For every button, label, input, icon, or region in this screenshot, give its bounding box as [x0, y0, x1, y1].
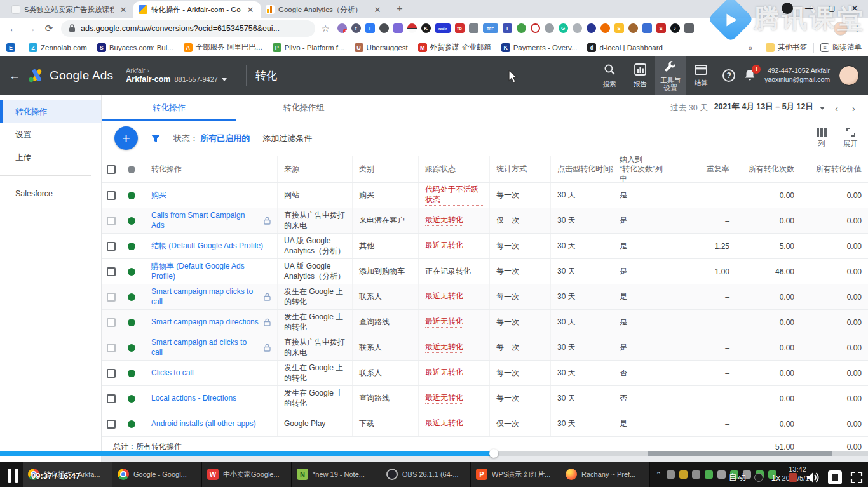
taskbar-item[interactable]: Rachany ~ Pref... — [560, 462, 650, 487]
status-dot[interactable] — [128, 217, 135, 225]
account-picker[interactable]: Arkfair › Arkfair-com 881-557-9427 — [126, 67, 227, 85]
filter-status-value[interactable]: 所有已启用的 — [200, 133, 250, 143]
tracking-status[interactable]: 最近无转化 — [425, 342, 463, 354]
tray-icon[interactable] — [692, 470, 700, 479]
bookmark-item[interactable]: M 外贸参谋-企业邮箱 — [418, 43, 491, 52]
other-bookmarks[interactable]: 其他书签 — [766, 43, 807, 52]
row-checkbox[interactable] — [107, 191, 116, 200]
bookmark-item[interactable]: d d-local | Dashboard — [587, 43, 663, 52]
minimize-button[interactable]: — — [798, 1, 820, 16]
sidebar-item-设置[interactable]: 设置 — [0, 123, 101, 146]
fullscreen-icon[interactable] — [850, 471, 863, 484]
quality-button[interactable]: 自动 — [729, 472, 746, 483]
col-header-included[interactable]: 纳入到 “转化次数”列中 — [620, 156, 667, 182]
taskbar-item[interactable]: N *new 19 - Note... — [292, 462, 381, 487]
table-row[interactable]: 购买 网站 购买 代码处于不活跃状态 每一次 30 天 是 – 0.00 0.0… — [102, 183, 868, 208]
notifications-bell-icon[interactable]: ! — [744, 69, 756, 83]
k-ext-icon[interactable]: K — [421, 23, 431, 33]
col-header-conversion-action[interactable]: 转化操作 — [142, 156, 277, 182]
tray-icon[interactable] — [679, 470, 688, 479]
nav-billing-button[interactable]: 结算 — [686, 56, 716, 95]
help-icon[interactable]: ? — [722, 69, 735, 82]
conversion-name-link[interactable]: Calls from Smart Campaign Ads — [151, 211, 259, 230]
row-checkbox[interactable] — [107, 344, 116, 352]
conversion-name-link[interactable]: Clicks to call — [151, 368, 271, 378]
tracking-status[interactable]: 最近无转化 — [425, 393, 463, 404]
browser-menu-icon[interactable]: ⋮ — [851, 23, 863, 34]
ads-back-icon[interactable]: ← — [9, 69, 28, 83]
cookie-ext-icon[interactable] — [628, 23, 638, 33]
row-checkbox[interactable] — [107, 267, 116, 276]
table-row[interactable]: 購物車 (Default Google Ads Profile) UA 版 Go… — [102, 259, 868, 284]
heart-ext-icon[interactable] — [531, 23, 540, 33]
lightning-ext-icon[interactable] — [379, 23, 389, 33]
expand-button[interactable]: 展开 — [843, 128, 858, 149]
back-icon[interactable]: ← — [5, 20, 22, 37]
volume-icon[interactable] — [806, 472, 820, 483]
globe-ext-icon[interactable] — [587, 23, 596, 33]
add-conversion-button[interactable]: + — [114, 126, 138, 150]
phone-ext-icon[interactable] — [517, 23, 526, 33]
table-row[interactable]: Smart campaign map clicks to call 发生在 Go… — [102, 284, 868, 310]
col-header-tracking-status[interactable]: 跟踪状态 — [418, 156, 489, 182]
tracking-status[interactable]: 正在记录转化 — [425, 267, 471, 277]
tab-close-icon[interactable]: ✕ — [118, 5, 128, 15]
speed-button[interactable]: 1x — [771, 473, 780, 483]
taskbar-item[interactable]: W 中小卖家Google... — [202, 462, 292, 487]
nav-tools-button[interactable]: 工具与 设置 — [655, 56, 686, 95]
browser-profile-avatar[interactable] — [834, 22, 848, 36]
col-header-all-conversions[interactable]: 所有转化次数 — [736, 156, 801, 182]
google-ads-logo[interactable]: Google Ads — [28, 69, 113, 83]
reading-list[interactable]: ≡ 阅读清单 — [820, 43, 862, 52]
tracking-status[interactable]: 最近无转化 — [425, 368, 463, 379]
bookmark-item[interactable]: A 全部服务 阿里巴巴... — [184, 43, 262, 52]
col-header-category[interactable]: 类别 — [352, 156, 418, 182]
table-row[interactable]: Clicks to call 发生在 Google 上的转化 联系人 最近无转化… — [102, 361, 868, 386]
tray-chevron-up-icon[interactable]: ⌃ — [656, 470, 661, 479]
date-range-picker[interactable]: 过去 30 天 2021年 4月 13日 – 5月 12日 ‹ › — [670, 95, 868, 121]
funnel-ext-icon[interactable]: T — [365, 23, 375, 33]
row-checkbox[interactable] — [107, 369, 116, 378]
facebook-ext-icon[interactable]: f — [351, 23, 361, 33]
tracking-status[interactable]: 最近无转化 — [425, 291, 463, 303]
tray-icon[interactable] — [705, 470, 713, 479]
status-dot[interactable] — [128, 344, 135, 352]
user-avatar[interactable] — [839, 65, 859, 86]
table-row[interactable]: Smart campaign ad clicks to call 直接从广告中拨… — [102, 335, 868, 361]
nav-search-button[interactable]: 搜索 — [594, 56, 625, 95]
row-checkbox[interactable] — [107, 242, 116, 251]
nav-report-button[interactable]: 报告 — [625, 56, 655, 95]
col-header-all-value[interactable]: 所有转化价值 — [801, 156, 868, 182]
browser-tab[interactable]: 转化操作 - Arkfair-com - Goog ✕ — [133, 1, 261, 18]
s-red-ext-icon[interactable]: S — [656, 23, 666, 33]
table-row[interactable]: Calls from Smart Campaign Ads 直接从广告中拨打的来… — [102, 208, 868, 234]
new-tab-button[interactable]: + — [391, 1, 408, 17]
conversion-name-link[interactable]: Local actions - Directions — [151, 394, 271, 404]
tracking-status[interactable]: 最近无转化 — [425, 241, 463, 252]
bookmark-item[interactable]: P Plivo - Platform f... — [273, 43, 344, 52]
tracking-status[interactable]: 最近无转化 — [425, 418, 463, 430]
bookmark-star-icon[interactable]: ☆ — [322, 23, 330, 34]
add-filter-button[interactable]: 添加过滤条件 — [262, 133, 312, 144]
table-row[interactable]: 结帳 (Default Google Ads Profile) UA 版 Goo… — [102, 234, 868, 259]
grammarly-ext-icon[interactable]: G — [559, 23, 568, 33]
bookmark-item[interactable]: Z Zennolab.com — [29, 43, 87, 52]
tiktok-ext-icon[interactable]: ♪ — [670, 23, 680, 33]
taskbar-item[interactable]: Google - Googl... — [112, 462, 202, 487]
row-checkbox[interactable] — [107, 420, 116, 429]
status-dot[interactable] — [128, 370, 135, 377]
faces-ext-icon[interactable] — [642, 23, 652, 33]
s-yellow-ext-icon[interactable]: S — [614, 23, 624, 33]
address-bar[interactable]: ads.google.com/aw/conversions?ocid=61534… — [61, 20, 315, 37]
info-ext-icon[interactable]: i — [503, 23, 512, 33]
status-dot[interactable] — [128, 420, 135, 428]
redir-ext-icon[interactable]: redir — [435, 23, 451, 33]
table-row[interactable]: Smart campaign map directions 发生在 Google… — [102, 310, 868, 335]
table-row[interactable]: Android installs (all other apps) Google… — [102, 411, 868, 437]
tracking-status[interactable]: 最近无转化 — [425, 317, 463, 328]
main-tab[interactable]: 转化操作 — [102, 95, 236, 121]
row-checkbox[interactable] — [107, 318, 116, 327]
cursor-ext-icon[interactable] — [469, 23, 478, 33]
select-all-checkbox[interactable] — [107, 165, 116, 174]
status-dot[interactable] — [128, 192, 135, 199]
